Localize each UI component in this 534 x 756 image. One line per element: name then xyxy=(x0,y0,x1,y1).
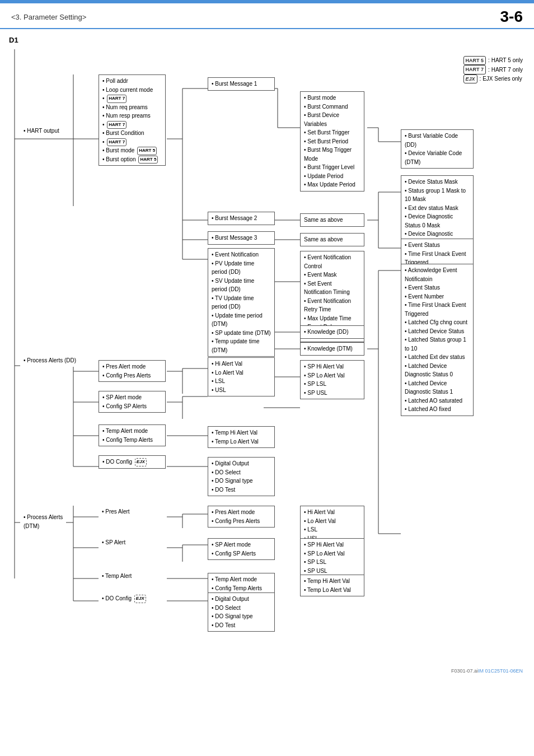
hart-output-label: • HART output xyxy=(20,125,63,137)
col2-temp-alert-dtm: • Temp Alert xyxy=(99,570,166,582)
page-number: 3-6 xyxy=(500,8,523,26)
col3-burst-message-3: • Burst Message 3 xyxy=(208,231,275,245)
col3-do-dd: Digital Output DO Select DO Signal type … xyxy=(208,457,275,496)
col3-temp-alert-dtm: Temp Alert mode Config Temp Alerts xyxy=(208,573,275,595)
col4-knowledge-dd: • Knowledge (DD) xyxy=(300,325,364,339)
col2-hart-box: Poll addr Loop current mode HART 7 Num r… xyxy=(99,74,166,166)
col2-temp-alert-dd: Temp Alert mode Config Temp Alerts xyxy=(99,424,166,446)
col3-pres-alert-dtm: Pres Alert mode Config Pres Alerts xyxy=(208,506,275,528)
col4-sp-dtm-vals: SP Hi Alert Val SP Lo Alert Val SP LSL S… xyxy=(300,538,364,577)
col2-sp-alert-dtm: • SP Alert xyxy=(99,536,166,549)
figure-label: F0301-07.ai xyxy=(451,668,478,674)
col3-pres-alert-vals: Hi Alert Val Lo Alert Val LSL USL xyxy=(208,357,275,396)
col4-temp-dtm-vals: Temp Hi Alert Val Temp Lo Alert Val xyxy=(300,575,364,596)
col4-same-above-1: Same as above xyxy=(300,213,364,227)
header-title: <3. Parameter Setting> xyxy=(11,13,86,21)
col2-sp-alert-dd: SP Alert mode Config SP Alerts xyxy=(99,391,166,413)
col2-do-config-dtm: • DO Config EJX xyxy=(99,592,166,605)
main-content: HART 5 : HART 5 only HART 7 : HART 7 onl… xyxy=(0,34,534,679)
col4-same-above-2: Same as above xyxy=(300,233,364,246)
col4-knowledge-dtm: • Knowledge (DTM) xyxy=(300,342,364,356)
col5-burst-variable-code: Burst Variable Code (DD) Device Variable… xyxy=(401,129,474,169)
process-alerts-dtm-label: • Process Alerts(DTM) xyxy=(20,511,66,532)
d1-label: D1 xyxy=(9,36,525,44)
col2-pres-alert-dd: Pres Alert mode Config Pres Alerts xyxy=(99,360,166,382)
col3-do-dtm: Digital Output DO Select DO Signal type … xyxy=(208,592,275,632)
col5-ack-event: Acknowledge Event Notificatoin Event Sta… xyxy=(401,264,474,416)
col3-burst-message-1: • Burst Message 1 xyxy=(208,77,275,91)
footer-doc-number: IM 01C25T01-06EN xyxy=(478,668,523,674)
diagram-container: • HART output • Process Alerts (DD) • Pr… xyxy=(9,46,524,662)
page-header: <3. Parameter Setting> 3-6 xyxy=(0,3,534,29)
col3-sp-alert-dtm: SP Alert mode Config SP Alerts xyxy=(208,538,275,560)
col3-burst-message-2: • Burst Message 2 xyxy=(208,212,275,225)
col4-sp-hi-alert-dd: SP Hi Alert Val SP Lo Alert Val SP LSL S… xyxy=(300,360,364,399)
col2-pres-alert-dtm: • Pres Alert xyxy=(99,506,166,518)
process-alerts-dd-label: • Process Alerts (DD) xyxy=(20,354,79,367)
col3-event-notification: Event Notification PV Update time period… xyxy=(208,248,275,357)
col4-burst1-details: Burst mode Burst Command Burst Device Va… xyxy=(300,91,364,192)
col2-do-config-dd: • DO Config EJX xyxy=(99,455,166,469)
col3-temp-alert-vals: Temp Hi Alert Val Temp Lo Alert Val xyxy=(208,426,275,448)
